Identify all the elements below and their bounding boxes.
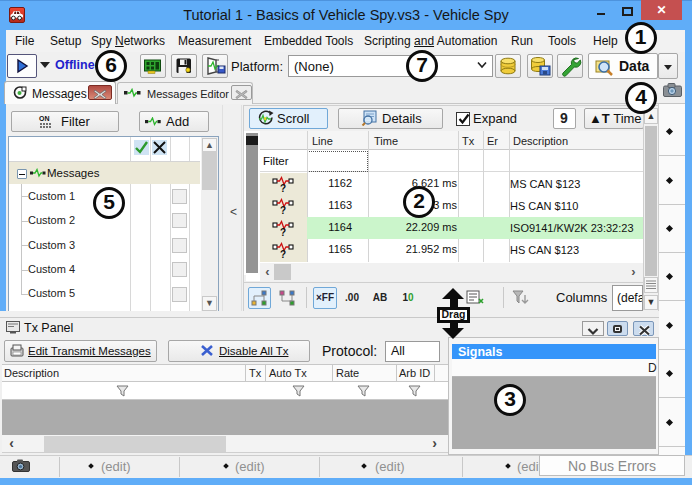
svg-text:?: ? [280,205,286,216]
svg-text:?: ? [280,183,286,194]
svg-text:ON: ON [39,115,50,122]
svg-text:?: ? [280,249,286,260]
svg-text:?: ? [280,227,286,238]
